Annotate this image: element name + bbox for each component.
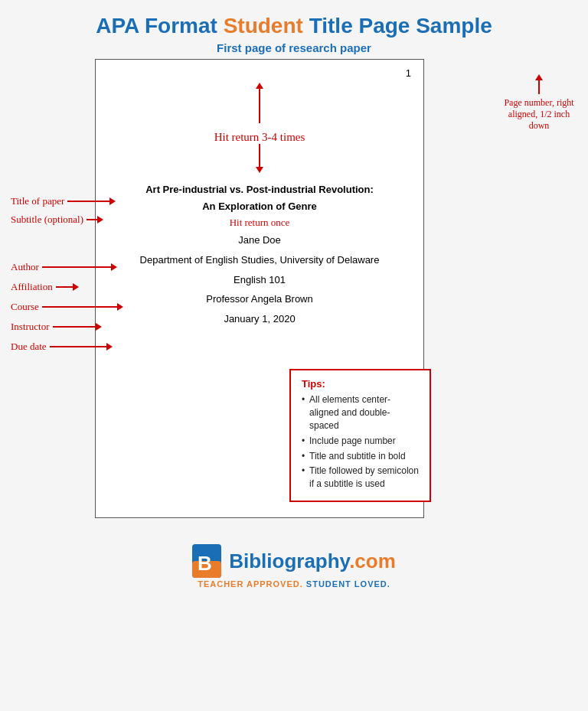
footer-tagline: TEACHER APPROVED. STUDENT LOVED. <box>198 579 390 589</box>
instructor-arrow <box>53 323 102 331</box>
title-annotation-row: Title of paper <box>11 195 116 207</box>
site-name-orange: .com <box>349 550 396 572</box>
title-part1: APA Format <box>96 14 223 38</box>
title-arrow <box>67 197 116 205</box>
author-arrow <box>42 263 117 271</box>
instructor-annotation-row: Instructor <box>11 321 102 333</box>
page-num-arrow-up <box>535 74 543 80</box>
title-label: Title of paper <box>11 195 64 207</box>
course-label: Course <box>11 301 39 313</box>
due-date-annotation-row: Due date <box>11 341 113 353</box>
affiliation-label: Affiliation <box>11 281 53 293</box>
subtitle-arrow <box>87 216 103 223</box>
page-number: 1 <box>406 67 411 79</box>
svg-text:B: B <box>198 552 212 575</box>
paper-due-date: January 1, 2020 <box>111 311 408 328</box>
hit-return-once: Hit return once <box>111 217 408 229</box>
paper-course: English 101 <box>111 272 408 289</box>
paper-subtitle: An Exploration of Genre <box>111 199 408 214</box>
return-label: Hit return 3-4 times <box>214 131 305 144</box>
paper-author: Jane Doe <box>111 233 408 249</box>
tips-box: Tips: All elements center-aligned and do… <box>289 369 431 502</box>
author-label: Author <box>11 261 39 273</box>
instructor-label: Instructor <box>11 321 50 333</box>
tips-title: Tips: <box>302 378 419 390</box>
logo-icon: B <box>192 544 221 578</box>
course-arrow <box>42 303 123 311</box>
paper-mockup: 1 Hit return 3-4 times Art Pre-industria… <box>95 59 424 518</box>
tagline-orange: TEACHER APPROVED. <box>198 579 306 589</box>
page-num-note: Page number, right aligned, 1/2 inch dow… <box>501 97 577 132</box>
header-subtitle: First page of research paper <box>96 41 492 54</box>
subtitle-annotation-row: Subtitle (optional) <box>11 214 103 226</box>
paper-instructor: Professor Angela Brown <box>111 292 408 308</box>
main-title: APA Format Student Title Page Sample <box>96 14 492 38</box>
affiliation-annotation-row: Affiliation <box>11 281 79 293</box>
subtitle-label: Subtitle (optional) <box>11 214 83 226</box>
paper-title: Art Pre-industrial vs. Post-industrial R… <box>111 182 408 197</box>
tip-item-1: All elements center-aligned and double-s… <box>302 393 419 432</box>
affiliation-arrow <box>56 283 79 291</box>
footer-site-name: Bibliography.com <box>229 550 396 573</box>
page-header: APA Format Student Title Page Sample Fir… <box>80 0 508 59</box>
footer-logo: B Bibliography.com <box>192 544 396 578</box>
vert-line-bottom <box>259 144 260 167</box>
course-annotation-row: Course <box>11 301 123 313</box>
title-part2: Title Page Sample <box>303 14 492 38</box>
arrow-down-icon <box>256 167 263 173</box>
tip-item-2: Include page number <box>302 435 419 448</box>
vert-line-top <box>259 89 260 123</box>
tips-list: All elements center-aligned and double-s… <box>302 393 419 491</box>
tip-item-3: Title and subtitle in bold <box>302 450 419 463</box>
tip-item-4: Title followed by semicolon if a subtitl… <box>302 465 419 491</box>
tagline-blue: STUDENT LOVED. <box>306 579 390 589</box>
arrow-up-icon <box>256 83 263 89</box>
title-highlight: Student <box>224 14 303 38</box>
due-date-arrow <box>50 343 113 351</box>
footer: B Bibliography.com TEACHER APPROVED. STU… <box>192 544 396 604</box>
due-date-label: Due date <box>11 341 47 353</box>
site-name-blue: Bibliography <box>229 550 349 572</box>
paper-affiliation: Department of English Studies, Universit… <box>111 253 408 269</box>
author-annotation-row: Author <box>11 261 117 273</box>
page-num-annotation: Page number, right aligned, 1/2 inch dow… <box>501 74 577 132</box>
